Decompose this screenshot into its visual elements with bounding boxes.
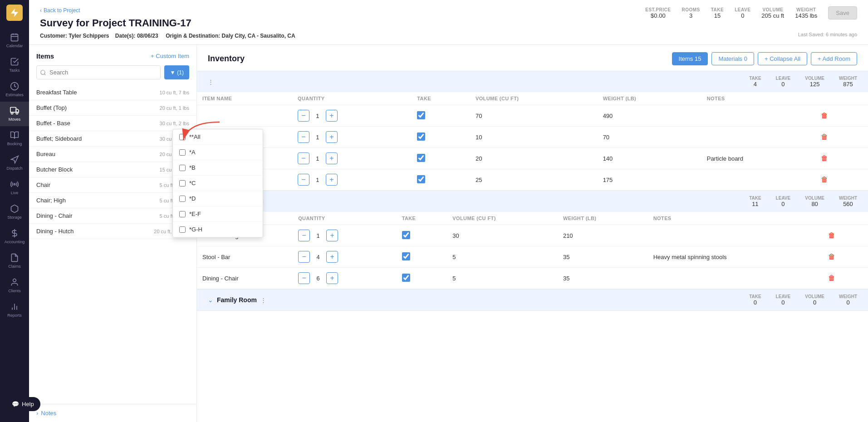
filter-checkbox-gh[interactable] (179, 226, 186, 233)
sidebar-item-tasks[interactable]: Tasks (0, 53, 29, 77)
room-stat-take-family: TAKE 0 (749, 294, 761, 306)
delete-button[interactable]: 🗑 (818, 175, 831, 185)
filter-item-a[interactable]: *A (173, 145, 263, 160)
room-menu-icon-1[interactable]: ⋮ (208, 79, 214, 85)
qty-minus-button[interactable]: − (298, 272, 310, 284)
sidebar-item-claims[interactable]: Claims (0, 249, 29, 273)
filter-checkbox-a[interactable] (179, 149, 186, 156)
filter-checkbox-c[interactable] (179, 180, 186, 186)
sidebar-item-moves[interactable]: Moves (0, 102, 29, 126)
save-button[interactable]: Save (828, 6, 857, 20)
take-checkbox[interactable] (417, 154, 425, 162)
take-checkbox[interactable] (402, 231, 410, 239)
room-menu-icon-family[interactable]: ⋮ (260, 297, 266, 304)
qty-minus-button[interactable]: − (298, 251, 310, 263)
qty-plus-button[interactable]: + (326, 251, 338, 263)
list-item[interactable]: Chair; High 5 cu ft, 35 lbs (29, 193, 196, 208)
delete-button[interactable]: 🗑 (825, 252, 838, 262)
qty-minus-button[interactable]: − (298, 230, 310, 241)
stat-est-price: EST.PRICE $0.00 (645, 7, 671, 19)
custom-item-button[interactable]: + Custom Item (151, 53, 189, 59)
sidebar-item-live[interactable]: Live (0, 175, 29, 200)
delete-button[interactable]: 🗑 (818, 153, 831, 163)
notes-label: Notes (41, 410, 56, 417)
qty-minus-button[interactable]: − (298, 131, 309, 143)
sidebar-item-clients[interactable]: Clients (0, 273, 29, 298)
qty-plus-button[interactable]: + (326, 131, 338, 143)
filter-checkbox-b[interactable] (179, 165, 186, 171)
row-quantity: − 6 + (293, 268, 396, 289)
filter-item-b[interactable]: *B (173, 160, 263, 176)
list-item[interactable]: Butcher Block 15 cu ft, 1 lbs (29, 162, 196, 177)
delete-button[interactable]: 🗑 (825, 231, 838, 240)
list-item[interactable]: Dining - Chair 5 cu ft, 35 lbs (29, 208, 196, 224)
qty-minus-button[interactable]: − (298, 152, 309, 164)
add-room-button[interactable]: + Add Room (811, 52, 857, 65)
filter-item-c[interactable]: *C (173, 176, 263, 191)
room-stat-volume-dining: VOLUME 80 (805, 196, 824, 207)
list-item[interactable]: Buffet - Base 30 cu ft, 2 lbs (29, 116, 196, 131)
room-stats-family: TAKE 0 LEAVE 0 VOLUME 0 WEIGHT (749, 294, 857, 306)
row-notes (701, 127, 813, 148)
item-name: Chair; High (36, 197, 66, 204)
room-stat-weight-label-family: WEIGHT (839, 294, 857, 299)
app-logo[interactable] (6, 5, 23, 21)
qty-value: 1 (313, 113, 322, 119)
filter-button[interactable]: ▼ (1) (164, 65, 189, 79)
dates-label: Date(s): (115, 33, 136, 39)
filter-checkbox-ef[interactable] (179, 211, 186, 217)
qty-plus-button[interactable]: + (326, 110, 338, 122)
dates-value: 08/06/23 (137, 33, 158, 39)
filter-item-all[interactable]: **All (173, 129, 263, 145)
materials-button[interactable]: Materials 0 (711, 52, 754, 65)
qty-minus-button[interactable]: − (298, 174, 309, 186)
take-checkbox[interactable] (417, 111, 425, 119)
col-notes: Notes (701, 92, 813, 105)
collapse-all-button[interactable]: + Collapse All (758, 52, 807, 65)
delete-button[interactable]: 🗑 (818, 111, 831, 121)
search-input[interactable] (36, 65, 161, 79)
list-item[interactable]: Breakfast Table 10 cu ft, 7 lbs (29, 85, 196, 100)
qty-plus-button[interactable]: + (326, 272, 338, 284)
help-button[interactable]: 💬 Help (5, 397, 40, 411)
filter-item-d[interactable]: *D (173, 191, 263, 206)
sidebar-item-estimates[interactable]: Estimates (0, 77, 29, 102)
svg-point-7 (11, 112, 13, 114)
take-checkbox[interactable] (417, 175, 425, 183)
filter-checkbox-all[interactable] (179, 134, 186, 140)
sidebar-item-calendar[interactable]: Calendar (0, 28, 29, 53)
filter-item-ef[interactable]: *E-F (173, 206, 263, 222)
list-item[interactable]: Chair 5 cu ft, 35 lbs (29, 177, 196, 193)
room-chevron-icon-family[interactable]: ⌄ (208, 296, 213, 304)
items-button[interactable]: Items 15 (672, 52, 708, 65)
take-checkbox[interactable] (417, 132, 425, 141)
qty-plus-button[interactable]: + (326, 174, 338, 186)
sidebar-item-storage[interactable]: Storage (0, 200, 29, 224)
list-item[interactable]: Dining - Hutch 20 cu ft, 140 lbs (29, 224, 196, 239)
delete-button[interactable]: 🗑 (818, 132, 831, 142)
qty-plus-button[interactable]: + (326, 230, 338, 241)
sidebar-item-booking[interactable]: Booking (0, 126, 29, 151)
sidebar-item-dispatch[interactable]: Dispatch (0, 151, 29, 175)
qty-plus-button[interactable]: + (326, 152, 338, 164)
room-table-dining: Item Name Quantity Take Volume (cu ft) W… (197, 212, 868, 289)
list-item[interactable]: Bureau 20 cu ft, 1 lbs (29, 147, 196, 162)
filter-label-gh: *G-H (189, 226, 202, 233)
list-item[interactable]: Buffet; Sideboard 30 cu ft, 2 lbs (29, 131, 196, 147)
filter-dropdown: **All *A *B *C *D *E-F *G- (172, 129, 263, 238)
take-checkbox[interactable] (402, 274, 410, 282)
list-item[interactable]: Buffet (Top) 20 cu ft, 1 lbs (29, 100, 196, 116)
qty-minus-button[interactable]: − (298, 110, 309, 122)
inventory-actions: Items 15 Materials 0 + Collapse All + Ad… (672, 52, 857, 65)
delete-button[interactable]: 🗑 (825, 273, 838, 283)
sidebar-item-reports[interactable]: Reports (0, 298, 29, 322)
filter-item-gh[interactable]: *G-H (173, 222, 263, 237)
filter-icon: ▼ (170, 69, 175, 76)
sidebar-item-moves-label: Moves (9, 117, 21, 122)
take-checkbox[interactable] (402, 252, 410, 260)
room-stat-leave-1: LEAVE 0 (776, 76, 791, 88)
svg-rect-6 (10, 108, 16, 113)
sidebar-item-accounting[interactable]: Accounting (0, 224, 29, 249)
filter-checkbox-d[interactable] (179, 196, 186, 202)
notes-section[interactable]: › Notes (29, 404, 196, 422)
